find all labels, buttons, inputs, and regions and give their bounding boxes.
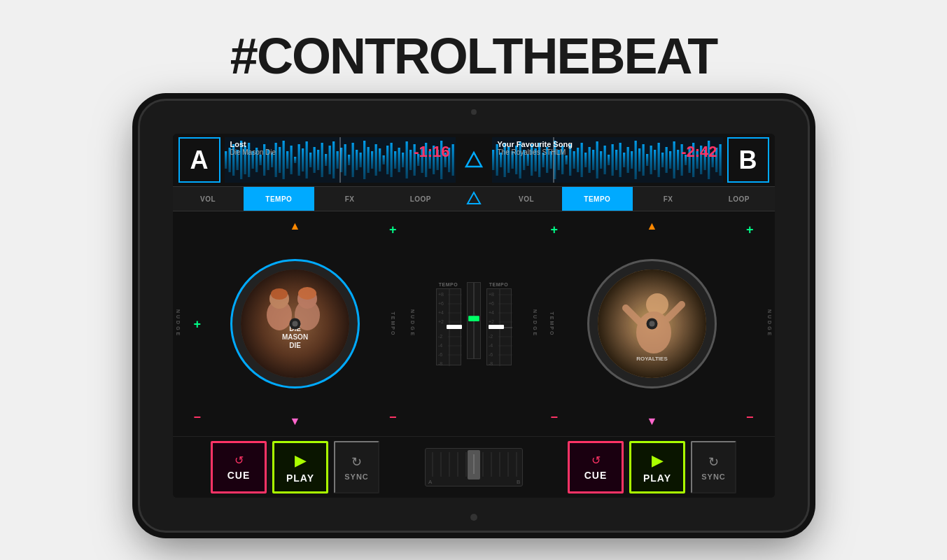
crossfader[interactable]: A B [425,448,523,486]
deck-a-nudge-right: NUDGE [410,309,415,337]
deck-b-letter[interactable]: B [727,137,769,183]
svg-text:+2: +2 [438,319,444,324]
deck-a-loop-btn[interactable]: LOOP [385,187,456,211]
svg-rect-105 [650,146,652,174]
deck-b-tempo-btn[interactable]: TEMPO [562,187,633,211]
svg-rect-100 [631,151,633,169]
deck-a-tempo-btn[interactable]: TEMPO [244,187,314,211]
deck-b-vinyl: ROYALTIES [598,270,706,378]
deck-b-loop-btn[interactable]: LOOP [703,187,774,211]
deck-a-cue-label: CUE [227,470,251,481]
deck-a-title: Lost [230,140,276,148]
svg-rect-15 [279,147,281,173]
cue-a-icon: ↺ [234,454,244,467]
svg-rect-94 [608,155,610,165]
svg-rect-107 [657,143,659,177]
bottom-center: A B [418,448,530,486]
svg-rect-45 [394,151,396,169]
svg-rect-91 [596,141,598,178]
svg-rect-108 [661,153,664,167]
svg-rect-22 [305,141,307,178]
cue-b-icon: ↺ [591,454,601,467]
deck-a-plus: + [194,316,202,331]
svg-rect-23 [309,153,311,167]
svg-text:+8: +8 [489,292,494,297]
svg-rect-38 [367,147,369,173]
deck-a-letter[interactable]: A [178,137,220,183]
sync-b-icon: ↻ [708,454,719,470]
deck-b-vol-btn[interactable]: VOL [491,187,562,211]
deck-a-sync-button[interactable]: ↻ SYNC [334,441,379,493]
svg-rect-95 [611,144,613,176]
deck-b-fx-btn[interactable]: FX [633,187,703,211]
svg-rect-30 [336,151,338,169]
svg-rect-25 [317,150,319,170]
home-button[interactable] [470,514,477,521]
svg-rect-48 [405,141,407,178]
svg-rect-49 [409,150,412,170]
svg-point-185 [650,321,655,327]
play-b-icon: ▶ [652,451,664,470]
svg-rect-44 [390,143,392,177]
tempo-grid-a[interactable]: +8 +6 +4 +2 -2 -4 -6 -8 [436,288,461,365]
deck-b-cue-button[interactable]: ↺ CUE [568,441,624,493]
svg-text:+4: +4 [489,310,494,315]
svg-rect-32 [344,144,346,176]
deck-a-turntable[interactable]: DIE MASON DIE [230,259,360,388]
main-area: NUDGE + − ▲ ▼ TEMPO [173,211,775,436]
deck-a-vol-btn[interactable]: VOL [173,187,244,211]
svg-rect-176 [489,325,504,329]
deck-a-waveform[interactable]: Lost Die Mason Die -1:16 [225,137,456,183]
svg-rect-40 [374,144,377,176]
deck-a-cue-button[interactable]: ↺ CUE [211,441,267,493]
deck-a-play-button[interactable]: ▶ PLAY [272,441,328,493]
svg-rect-85 [573,151,575,169]
svg-rect-18 [290,146,292,174]
svg-text:-6: -6 [438,352,442,357]
deck-a-controls: VOL TEMPO FX LOOP [173,187,456,211]
tablet-body: A Lost Die Mason Die -1:16 [138,99,810,533]
svg-text:-8: -8 [438,361,442,366]
svg-rect-39 [371,151,373,169]
svg-point-132 [271,288,288,300]
tempo-grid-b[interactable]: +8 +6 +4 +2 -2 -4 -6 -8 [486,288,512,365]
deck-b-buttons: ↺ CUE ▶ PLAY ↻ SYNC [530,441,775,493]
sync-a-icon: ↻ [351,454,362,470]
mixer-section: TEMPO +8 +6 +4 +2 [418,211,530,436]
deck-b-sync-button[interactable]: ↻ SYNC [691,441,736,493]
svg-rect-35 [356,150,358,170]
svg-rect-110 [669,151,671,169]
deck-a-fx-btn[interactable]: FX [314,187,385,211]
controls-row: VOL TEMPO FX LOOP VOL TEMPO FX LOOP [173,186,775,211]
svg-rect-29 [332,141,335,178]
svg-text:-8: -8 [489,361,493,366]
svg-text:A: A [428,479,433,485]
vol-fader[interactable] [467,282,481,359]
svg-rect-156 [447,325,462,329]
svg-text:-2: -2 [489,334,493,339]
svg-rect-97 [619,143,621,177]
deck-b-turntable[interactable]: ROYALTIES [587,259,717,388]
svg-rect-86 [577,148,579,172]
svg-rect-46 [398,148,400,172]
tablet-wrapper: A Lost Die Mason Die -1:16 [138,99,810,533]
svg-rect-88 [584,153,587,167]
deck-b-nudge-right: NUDGE [767,309,772,337]
svg-rect-16 [282,141,284,179]
tempo-label-b: TEMPO [489,282,508,287]
svg-rect-123 [719,144,721,176]
crossfader-svg: A B [426,449,524,487]
svg-rect-104 [646,154,648,166]
deck-b-cue-label: CUE [584,470,608,481]
svg-rect-103 [642,144,644,176]
deck-b-waveform[interactable]: Your Favourite Song The Royalties STHLM … [492,137,723,183]
svg-rect-158 [468,316,479,321]
svg-point-138 [293,321,298,327]
svg-rect-64 [492,150,494,170]
svg-rect-10 [259,155,261,165]
tempo-label-a: TEMPO [439,282,458,287]
svg-text:+4: +4 [438,310,444,315]
deck-b-title: Your Favourite Song [498,140,573,148]
svg-text:DIE: DIE [289,342,301,349]
deck-b-play-button[interactable]: ▶ PLAY [629,441,685,493]
